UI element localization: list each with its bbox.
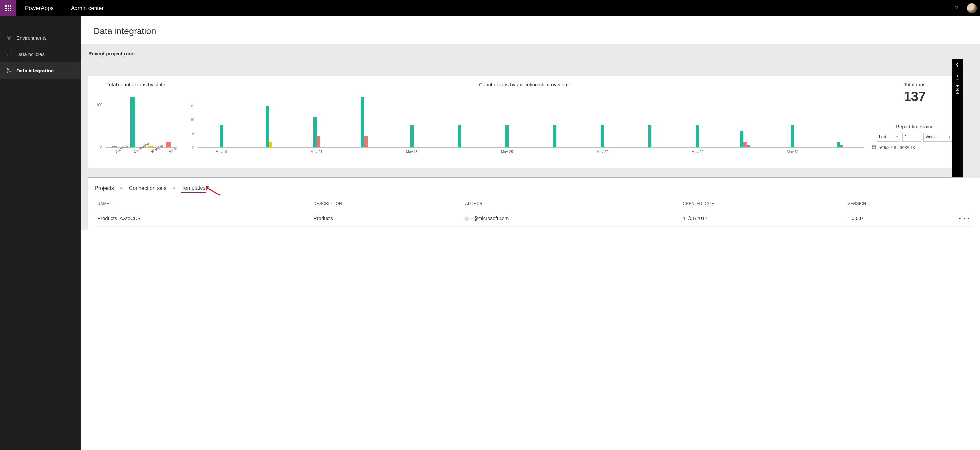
main-content: Data integration Recent project runs ❮ F… (81, 16, 980, 450)
svg-rect-7 (8, 10, 9, 11)
app-launcher-button[interactable] (0, 0, 16, 16)
chevron-left-icon: ❮ (956, 62, 959, 67)
waffle-icon (5, 5, 11, 11)
chart-title: Count of runs by execution state over ti… (185, 82, 865, 87)
tabs: Projects Connection sets Templates (88, 178, 980, 196)
chart-title: Total count of runs by state (93, 82, 178, 87)
svg-rect-12 (872, 146, 876, 149)
svg-point-11 (6, 71, 8, 73)
cell-version: 1.0.0.0 (845, 210, 954, 227)
table-row[interactable]: Products_AXtoCDSProductss····@microsoft.… (94, 210, 974, 227)
svg-rect-3 (5, 8, 6, 9)
sidebar-item-data-policies[interactable]: Data policies (0, 46, 81, 62)
chart-runs-by-state: Total count of runs by state 0100Running… (93, 82, 178, 164)
chevron-down-icon: ▾ (896, 135, 898, 139)
chevron-down-icon: ▾ (949, 135, 950, 139)
timeframe-unit-select[interactable]: Weeks▾ (923, 133, 953, 142)
templates-table: NAME⌃ DESCRIPTION AUTHOR CREATED DATE VE… (88, 196, 980, 230)
sidebar-item-label: Data policies (16, 51, 45, 57)
svg-rect-0 (5, 5, 6, 6)
sort-asc-icon: ⌃ (111, 202, 114, 206)
annotation-arrow-icon (206, 186, 221, 196)
svg-point-9 (6, 68, 8, 70)
sidebar-item-label: Environments (16, 35, 47, 41)
svg-rect-8 (10, 10, 11, 11)
timeframe-period-select[interactable]: Last▾ (877, 133, 900, 142)
sidebar-item-environments[interactable]: Environments (0, 30, 81, 46)
col-author[interactable]: AUTHOR (462, 196, 679, 210)
calendar-icon (872, 145, 876, 150)
col-description[interactable]: DESCRIPTION (310, 196, 462, 210)
cell-created: 11/01/2017 (679, 210, 844, 227)
table-header-row: NAME⌃ DESCRIPTION AUTHOR CREATED DATE VE… (94, 196, 974, 210)
section-heading: Recent project runs (88, 51, 980, 56)
cell-author: s····@microsoft.com (462, 210, 679, 227)
col-created[interactable]: CREATED DATE (679, 196, 844, 210)
chart-runs-over-time: Count of runs by execution state over ti… (185, 82, 865, 164)
dashboard-section: Recent project runs ❮ FILTERS Total coun… (81, 44, 980, 230)
tab-connection-sets[interactable]: Connection sets (128, 184, 167, 193)
top-bar: PowerApps Admin center ? (0, 0, 980, 16)
layers-icon (6, 35, 12, 41)
filters-label: FILTERS (955, 74, 960, 95)
area-label: Admin center (62, 0, 112, 16)
avatar-icon (967, 3, 977, 13)
sidebar-item-label: Data integration (16, 68, 54, 73)
chart-canvas: 0100RunningCompletedWarningError (93, 92, 178, 157)
account-button[interactable] (964, 0, 980, 16)
sidebar-item-data-integration[interactable]: Data integration (0, 62, 81, 79)
col-name[interactable]: NAME⌃ (94, 196, 310, 210)
help-icon: ? (955, 5, 958, 12)
brand-label[interactable]: PowerApps (16, 0, 62, 16)
total-runs-value: 137 (872, 89, 957, 104)
svg-point-10 (10, 70, 11, 71)
cell-name: Products_AXtoCDS (94, 210, 310, 227)
dashboard-card: ❮ FILTERS Total count of runs by state 0… (88, 59, 963, 178)
tab-templates[interactable]: Templates (181, 184, 207, 193)
col-version[interactable]: VERSION (845, 196, 954, 210)
date-range: 5/19/2018 - 6/1/2018 (872, 145, 957, 150)
total-runs-label: Total runs (872, 82, 957, 87)
tab-projects[interactable]: Projects (94, 184, 115, 193)
svg-rect-2 (10, 5, 11, 6)
svg-rect-4 (8, 8, 9, 9)
row-actions-button[interactable]: • • • (954, 210, 974, 227)
page-title: Data integration (81, 16, 980, 44)
chart-canvas: 051015May 19May 21May 23May 25May 27May … (185, 92, 865, 157)
tab-separator-icon (121, 187, 123, 189)
filters-toggle[interactable]: ❮ FILTERS (952, 59, 963, 177)
svg-rect-5 (10, 8, 11, 9)
cell-description: Products (310, 210, 462, 227)
help-button[interactable]: ? (949, 0, 964, 16)
left-nav: Environments Data policies Data integrat… (0, 16, 81, 450)
svg-rect-1 (8, 5, 9, 6)
svg-rect-6 (5, 10, 6, 11)
timeframe-count-input[interactable]: 2 (902, 133, 921, 142)
integration-icon (6, 68, 12, 73)
summary-panel: Total runs 137 Report timeframe Last▾ 2 … (872, 82, 957, 164)
timeframe-label: Report timeframe (872, 124, 957, 129)
tab-separator-icon (173, 187, 175, 189)
shield-icon (6, 51, 12, 57)
